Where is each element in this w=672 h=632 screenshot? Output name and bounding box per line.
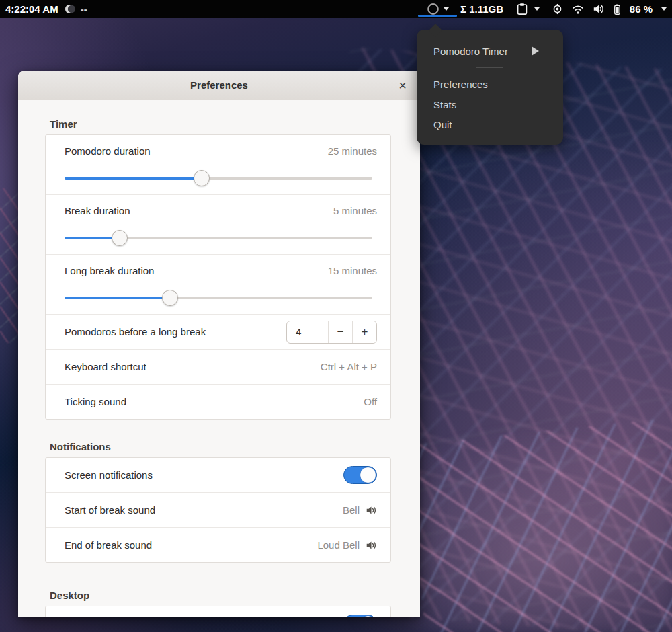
notifications-card: Screen notifications Start of break soun… — [45, 457, 391, 563]
clock-weather-group[interactable]: 4:22:04 AM -- — [5, 0, 87, 18]
slider-fill — [65, 177, 202, 180]
section-header-desktop: Desktop — [50, 590, 420, 601]
wallpaper-streaks-corner — [406, 416, 672, 632]
row-value: Off — [364, 396, 377, 407]
row-label: Start of break sound — [65, 504, 155, 516]
menu-separator — [417, 61, 563, 74]
increment-button[interactable]: + — [352, 321, 376, 343]
wifi-icon — [572, 5, 584, 14]
chevron-down-icon — [534, 7, 540, 11]
break-duration-slider[interactable] — [65, 237, 372, 239]
row-value: Loud Bell — [317, 539, 360, 551]
chevron-down-icon — [661, 7, 667, 11]
toggle-knob — [360, 467, 376, 483]
pomodoro-menu: Pomodoro Timer Preferences Stats Quit — [417, 30, 563, 145]
pomodoro-duration-row: Pomodoro duration 25 minutes — [46, 135, 390, 194]
decrement-button[interactable]: − — [329, 321, 352, 343]
start-of-break-sound-row[interactable]: Start of break sound Bell — [46, 492, 390, 527]
clipboard-indicator-button[interactable] — [517, 0, 540, 18]
row-label: Pomodoro duration — [65, 145, 151, 157]
pomodoros-before-long-break-row: Pomodoros before a long break 4 − + — [46, 314, 390, 349]
play-icon[interactable] — [532, 46, 539, 56]
row-label: End of break sound — [65, 539, 152, 551]
section-header-notifications: Notifications — [50, 441, 420, 452]
clock-label: 4:22:04 AM — [5, 3, 58, 15]
weather-label: -- — [81, 3, 87, 15]
slider-handle[interactable] — [112, 230, 128, 246]
row-label: Long break duration — [65, 265, 154, 276]
row-label: Pomodoros before a long break — [65, 326, 206, 338]
menu-item-label: Pomodoro Timer — [433, 46, 508, 57]
volume-icon — [593, 4, 605, 14]
chevron-down-icon — [444, 7, 449, 11]
wait-for-activity-toggle[interactable] — [343, 615, 377, 617]
row-value: 15 minutes — [328, 265, 377, 276]
battery-percent-label: 86 % — [630, 3, 653, 15]
pomodoro-count-spinner: 4 − + — [286, 321, 377, 344]
slider-handle[interactable] — [162, 290, 178, 306]
preferences-content: Timer Pomodoro duration 25 minutes Break… — [18, 100, 420, 617]
location-icon — [552, 3, 563, 15]
menu-item-pomodoro-timer[interactable]: Pomodoro Timer — [417, 41, 563, 61]
row-label: Break duration — [65, 205, 130, 216]
wait-for-activity-row: Wait for activity after a break — [46, 606, 390, 617]
window-titlebar[interactable]: Preferences × — [18, 71, 420, 100]
pomodoro-indicator-button[interactable] — [418, 0, 457, 18]
moon-icon — [65, 4, 75, 14]
speaker-icon[interactable] — [366, 541, 377, 550]
long-break-duration-slider[interactable] — [65, 297, 372, 299]
top-panel: 4:22:04 AM -- Σ 1.11GB — [0, 0, 672, 18]
screen-notifications-row: Screen notifications — [46, 458, 390, 492]
row-label: Keyboard shortcut — [65, 361, 146, 372]
system-status-area[interactable]: 86 % — [552, 0, 668, 18]
row-label: Screen notifications — [65, 469, 153, 481]
ticking-sound-row[interactable]: Ticking sound Off — [46, 384, 390, 419]
slider-handle[interactable] — [194, 170, 210, 186]
screen-notifications-toggle[interactable] — [343, 466, 377, 484]
long-break-duration-row: Long break duration 15 minutes — [46, 254, 390, 314]
system-monitor-indicator[interactable]: Σ 1.11GB — [460, 0, 503, 18]
row-value: Bell — [343, 504, 360, 516]
toggle-knob — [360, 615, 376, 617]
menu-item-label: Quit — [433, 119, 452, 130]
slider-fill — [65, 297, 170, 299]
keyboard-shortcut-row[interactable]: Keyboard shortcut Ctrl + Alt + P — [46, 349, 390, 384]
desktop: 4:22:04 AM -- Σ 1.11GB — [0, 0, 672, 632]
pomodoro-circle-icon — [427, 3, 439, 15]
menu-item-label: Preferences — [433, 79, 488, 90]
memory-usage-label: Σ 1.11GB — [460, 3, 503, 15]
preferences-window: Preferences × Timer Pomodoro duration 25… — [18, 71, 420, 617]
window-title: Preferences — [190, 79, 248, 91]
menu-item-label: Stats — [433, 99, 456, 110]
spinner-value-field[interactable]: 4 — [287, 321, 329, 343]
menu-item-stats[interactable]: Stats — [417, 94, 563, 114]
row-value: Ctrl + Alt + P — [321, 361, 377, 372]
clipboard-icon — [517, 3, 528, 15]
row-label: Ticking sound — [65, 396, 126, 407]
menu-item-quit[interactable]: Quit — [417, 114, 563, 134]
close-button[interactable]: × — [394, 77, 411, 94]
pomodoro-duration-slider[interactable] — [65, 177, 372, 180]
timer-card: Pomodoro duration 25 minutes Break durat… — [45, 134, 391, 420]
desktop-card: Wait for activity after a break — [45, 606, 391, 617]
end-of-break-sound-row[interactable]: End of break sound Loud Bell — [46, 527, 390, 562]
break-duration-row: Break duration 5 minutes — [46, 194, 390, 254]
row-value: 25 minutes — [328, 145, 377, 157]
row-value: 5 minutes — [333, 205, 377, 216]
section-header-timer: Timer — [50, 118, 420, 130]
speaker-icon[interactable] — [366, 506, 377, 515]
battery-icon — [614, 3, 621, 15]
menu-item-preferences[interactable]: Preferences — [417, 74, 563, 94]
